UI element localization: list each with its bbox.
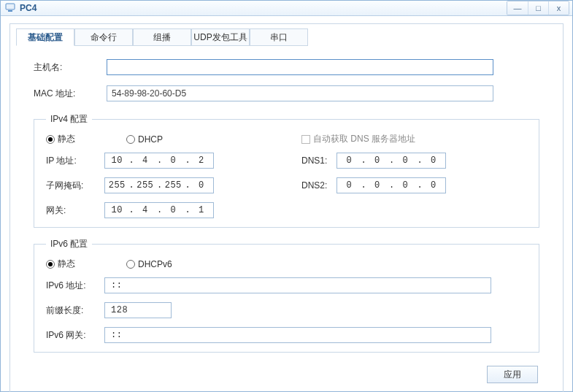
tabs: 基础配置 命令行 组播 UDP发包工具 串口 [16,28,557,46]
ipv6-gw-label: IPv6 网关: [46,329,104,342]
tab-cli[interactable]: 命令行 [74,28,133,46]
ipv6-addr-input[interactable]: :: [104,277,491,293]
ipv4-dhcp-radio[interactable]: DHCP [126,134,163,145]
ipv4-legend: IPv4 配置 [46,113,92,126]
dns1-label: DNS1: [301,155,337,166]
ipv6-addr-label: IPv6 地址: [46,280,104,292]
auto-dns-label: 自动获取 DNS 服务器地址 [313,133,415,145]
maximize-button[interactable]: □ [528,1,548,15]
ipv6-prefix-input[interactable]: 128 [104,302,172,318]
tab-basic[interactable]: 基础配置 [16,28,74,46]
mask-input[interactable]: 255. 255. 255. 0 [104,177,214,193]
checkbox-icon [301,135,310,144]
dns1-input[interactable]: 0. 0. 0. 0 [337,153,446,169]
auto-dns-checkbox[interactable]: 自动获取 DNS 服务器地址 [301,133,415,145]
titlebar: PC4 — □ x [1,1,572,16]
client-area: 基础配置 命令行 组播 UDP发包工具 串口 主机名: MAC 地址: 54-8… [1,16,572,392]
minimize-button[interactable]: — [507,1,528,15]
ip-input[interactable]: 10. 4. 0. 2 [104,153,214,169]
ipv4-group: IPv4 配置 静态 DHCP 自动获取 DNS 服务器地址 [34,113,539,228]
dns2-input[interactable]: 0. 0. 0. 0 [337,177,446,193]
tab-serial[interactable]: 串口 [250,28,308,46]
svg-rect-0 [6,4,15,9]
mac-input[interactable]: 54-89-98-20-60-D5 [107,85,493,101]
radio-selected-icon [46,135,55,144]
hostname-label: 主机名: [34,61,107,74]
radio-selected-icon [46,260,55,269]
mac-label: MAC 地址: [34,88,107,100]
tab-mcast[interactable]: 组播 [133,28,191,46]
ip-label: IP 地址: [46,155,104,167]
close-button[interactable]: x [548,1,569,15]
main-panel: 基础配置 命令行 组播 UDP发包工具 串口 主机名: MAC 地址: 54-8… [9,23,564,392]
ipv6-legend: IPv6 配置 [46,238,92,250]
radio-icon [126,135,135,144]
window-title: PC4 [20,3,507,13]
gateway-label: 网关: [46,204,104,217]
ipv6-prefix-label: 前缀长度: [46,304,104,317]
ipv6-dhcp-label: DHCPv6 [138,259,172,269]
dns2-label: DNS2: [301,180,337,191]
app-icon [5,3,15,13]
ipv6-static-label: 静态 [58,258,75,270]
ipv6-gw-input[interactable]: :: [104,327,491,343]
tab-udp[interactable]: UDP发包工具 [191,28,250,46]
gateway-input[interactable]: 10. 4. 0. 1 [104,202,214,218]
tab-content-basic: 主机名: MAC 地址: 54-89-98-20-60-D5 IPv4 配置 静… [16,53,557,388]
apply-button[interactable]: 应用 [487,366,538,383]
window-buttons: — □ x [507,1,569,15]
ipv4-dhcp-label: DHCP [138,134,163,145]
ipv6-dhcp-radio[interactable]: DHCPv6 [126,259,172,269]
ipv6-group: IPv6 配置 静态 DHCPv6 IPv6 地址: [34,238,539,353]
ipv6-static-radio[interactable]: 静态 [46,258,75,270]
svg-rect-1 [8,10,12,12]
mask-label: 子网掩码: [46,180,104,192]
ipv4-static-radio[interactable]: 静态 [46,133,75,145]
ipv4-static-label: 静态 [58,133,75,145]
app-window: PC4 — □ x 基础配置 命令行 组播 UDP发包工具 串口 主机名: [0,0,573,392]
hostname-input[interactable] [107,59,493,75]
radio-icon [126,260,135,269]
